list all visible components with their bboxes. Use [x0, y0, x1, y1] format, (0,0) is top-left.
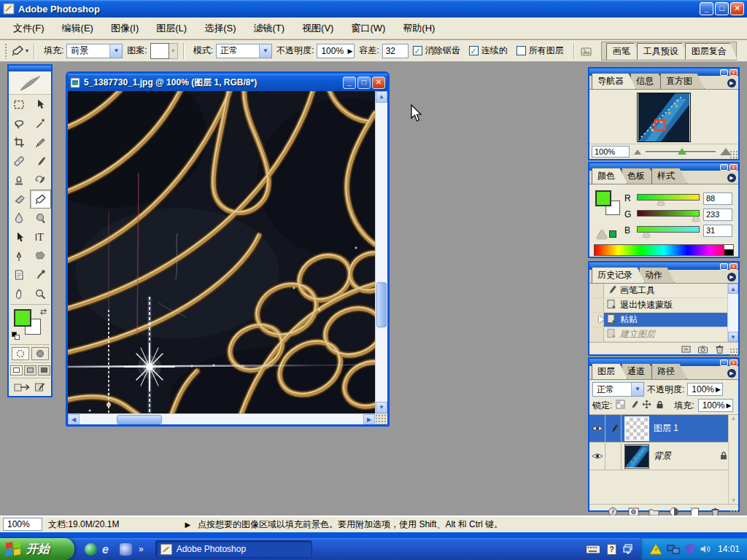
layer-row-layer1[interactable]: 图层 1	[589, 415, 738, 443]
panel-menu-icon[interactable]: ▶	[727, 79, 736, 88]
hscroll-thumb[interactable]	[117, 415, 162, 424]
slider-thumb[interactable]	[657, 200, 665, 205]
color-spectrum-ramp[interactable]	[594, 244, 734, 256]
standard-screen-mode-button[interactable]	[10, 365, 23, 376]
history-item-make-layer[interactable]: 建立图层	[589, 327, 738, 342]
history-scrollbar[interactable]: ▲ ▼	[727, 284, 738, 342]
status-popup-arrow-icon[interactable]: ▶	[185, 521, 190, 529]
slice-tool[interactable]	[30, 133, 51, 152]
fullscreen-mode-button[interactable]	[38, 365, 50, 376]
background-thumbnail[interactable]	[624, 444, 649, 469]
status-zoom-field[interactable]: 100%	[3, 518, 42, 531]
tab-paths[interactable]: 路径	[651, 363, 687, 379]
slider-thumb[interactable]	[643, 232, 650, 237]
panel-minimize-button[interactable]: -	[720, 69, 728, 76]
help-input-icon[interactable]: ?	[607, 544, 616, 555]
healing-brush-tool[interactable]	[9, 152, 30, 171]
blend-mode-select[interactable]: 正常 ▼	[216, 44, 272, 58]
messenger-icon[interactable]	[120, 543, 132, 556]
layer-opacity-field[interactable]: 100% ▶	[687, 383, 723, 396]
default-colors-icon[interactable]	[12, 332, 20, 340]
lock-all-icon[interactable]	[655, 400, 665, 411]
menu-view[interactable]: 视图(V)	[293, 19, 342, 38]
document-titlebar[interactable]: 5_1387730_1.jpg @ 100% (图层 1, RGB/8*) _ …	[68, 74, 387, 91]
menu-help[interactable]: 帮助(H)	[394, 19, 444, 38]
scroll-up-icon[interactable]: ▲	[728, 284, 738, 294]
blur-tool[interactable]	[9, 209, 30, 228]
paint-bucket-tool-icon[interactable]	[11, 44, 26, 58]
network-tray-icon[interactable]	[667, 544, 680, 555]
lock-position-icon[interactable]	[642, 400, 651, 411]
warning-triangle-icon[interactable]	[597, 230, 607, 238]
move-tool[interactable]	[30, 95, 51, 114]
spinner-arrow-icon[interactable]: ▶	[726, 402, 731, 409]
tool-dropdown-arrow-icon[interactable]: ▾	[26, 47, 28, 54]
brushes-palette-toggle-icon[interactable]	[579, 44, 594, 58]
menu-filter[interactable]: 滤镜(T)	[244, 19, 293, 38]
scroll-down-icon[interactable]: ▼	[376, 402, 387, 413]
quick-mask-mode-button[interactable]	[31, 347, 49, 360]
panel-resize-grip[interactable]	[729, 348, 738, 357]
gamut-color-chip[interactable]	[609, 230, 616, 238]
hand-tool[interactable]	[9, 284, 30, 303]
pattern-swatch[interactable]	[150, 43, 169, 59]
slider-thumb[interactable]	[692, 216, 700, 221]
new-snapshot-icon[interactable]	[697, 344, 708, 356]
all-layers-checkbox[interactable]: 所有图层	[516, 44, 564, 57]
doc-maximize-button[interactable]: □	[357, 77, 371, 89]
foreground-color-swatch[interactable]	[595, 190, 611, 206]
opacity-field[interactable]: 100% ▶	[317, 44, 355, 58]
crop-tool[interactable]	[9, 133, 30, 152]
scroll-up-icon[interactable]: ▲	[376, 91, 387, 103]
layers-scrollbar[interactable]: ▲▼	[728, 415, 738, 504]
red-value-field[interactable]: 88	[703, 192, 732, 205]
taskbar-button-photoshop[interactable]: Adobe Photoshop	[155, 540, 312, 558]
chevron-down-icon[interactable]: ▼	[631, 383, 643, 396]
quick-launch-overflow-icon[interactable]: »	[139, 544, 144, 554]
zoom-out-icon[interactable]	[634, 149, 641, 155]
layer-name[interactable]: 背景	[654, 450, 671, 462]
well-tab-layer-comps[interactable]: 图层复合	[685, 43, 738, 60]
maximize-button[interactable]: □	[715, 2, 729, 15]
tab-styles[interactable]: 样式	[651, 168, 687, 184]
blue-slider[interactable]	[637, 225, 700, 236]
type-tool[interactable]: T	[30, 228, 51, 246]
pattern-dropdown-arrow-icon[interactable]: ▼	[169, 43, 178, 59]
close-button[interactable]: ✕	[730, 2, 744, 15]
history-item-paste[interactable]: 粘贴	[589, 313, 738, 327]
menu-layer[interactable]: 图层(L)	[147, 19, 196, 38]
antialias-checkbox[interactable]: ✓ 消除锯齿	[413, 44, 460, 57]
document-size-info[interactable]: 文档:19.0M/20.1M	[48, 518, 119, 531]
doc-horizontal-scrollbar[interactable]: ◀ ▶	[68, 414, 375, 426]
notes-tool[interactable]	[9, 265, 30, 284]
red-slider[interactable]	[637, 193, 700, 203]
canvas[interactable]	[68, 91, 375, 413]
panel-resize-grip[interactable]	[729, 150, 738, 159]
delete-state-trash-icon[interactable]	[714, 344, 725, 356]
brush-tool[interactable]	[30, 152, 51, 171]
panel-close-button[interactable]: x	[729, 263, 738, 270]
keyboard-icon[interactable]	[586, 545, 600, 554]
panel-menu-icon[interactable]: ▶	[727, 369, 736, 378]
panel-minimize-button[interactable]: -	[720, 263, 728, 270]
history-item-brush[interactable]: 画笔工具	[589, 284, 738, 298]
checkbox-checked-icon[interactable]: ✓	[413, 46, 422, 55]
visibility-toggle[interactable]	[589, 415, 605, 442]
zoom-tool[interactable]	[30, 284, 51, 303]
desktop-shortcut-icon[interactable]	[85, 543, 97, 556]
tab-histogram[interactable]: 直方图	[660, 73, 705, 89]
magic-wand-tool[interactable]	[30, 114, 51, 133]
standard-mode-button[interactable]	[12, 347, 29, 360]
spinner-arrow-icon[interactable]: ▶	[347, 47, 352, 55]
navigator-zoom-field[interactable]: 100%	[592, 146, 630, 158]
swap-colors-icon[interactable]: ⇄	[40, 307, 47, 316]
fill-source-select[interactable]: 前景 ▼	[66, 44, 123, 58]
navigator-zoom-slider[interactable]	[646, 148, 716, 155]
panel-menu-icon[interactable]: ▶	[727, 273, 736, 281]
tab-history[interactable]: 历史记录	[592, 267, 645, 283]
clock[interactable]: 14:01	[718, 544, 740, 554]
spinner-arrow-icon[interactable]: ▶	[716, 386, 721, 393]
doc-minimize-button[interactable]: _	[343, 77, 356, 89]
blue-value-field[interactable]: 31	[703, 225, 732, 237]
eyedropper-tool[interactable]	[30, 265, 51, 284]
